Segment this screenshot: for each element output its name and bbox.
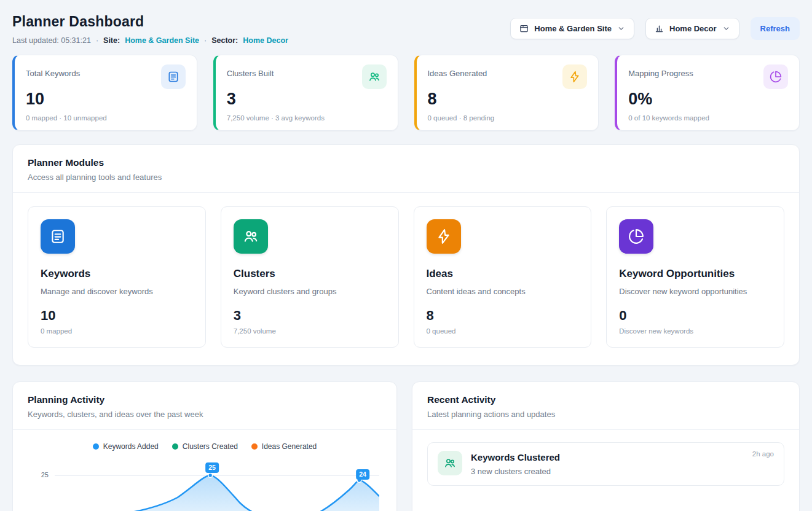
sector-link[interactable]: Home Decor bbox=[243, 36, 288, 45]
users-icon bbox=[234, 219, 268, 254]
section-title: Planning Activity bbox=[28, 394, 382, 405]
planning-activity-panel: Planning Activity Keywords, clusters, an… bbox=[12, 381, 397, 511]
stat-detail: 0 of 10 keywords mapped bbox=[628, 114, 788, 122]
stat-card-clusters-built: Clusters Built 3 7,250 volume · 3 avg ke… bbox=[213, 55, 398, 131]
recent-activity-list: Keywords Clustered 3 new clusters create… bbox=[412, 430, 799, 501]
stat-label: Mapping Progress bbox=[628, 69, 693, 78]
module-description: Keyword clusters and groups bbox=[234, 287, 386, 296]
stat-detail: 0 mapped · 10 unmapped bbox=[26, 114, 186, 122]
chevron-down-icon bbox=[617, 25, 625, 33]
chevron-down-icon bbox=[722, 25, 730, 33]
lightning-icon bbox=[562, 64, 587, 89]
legend-dot bbox=[172, 443, 178, 450]
module-detail: Discover new keywords bbox=[619, 327, 771, 335]
page-title: Planner Dashboard bbox=[12, 14, 288, 30]
site-selector-value: Home & Garden Site bbox=[534, 24, 612, 33]
stat-value: 3 bbox=[227, 90, 387, 109]
module-description: Content ideas and concepts bbox=[427, 287, 579, 296]
module-description: Manage and discover keywords bbox=[41, 287, 193, 296]
legend-item-clusters-created: Clusters Created bbox=[172, 442, 238, 451]
modules-grid: Keywords Manage and discover keywords 10… bbox=[13, 193, 799, 365]
stat-label: Total Keywords bbox=[26, 69, 80, 78]
stat-value: 8 bbox=[428, 90, 588, 109]
area-chart: 25 25 bbox=[28, 461, 382, 511]
bar-chart-icon bbox=[655, 24, 664, 33]
activity-title: Keywords Clustered bbox=[471, 452, 560, 462]
module-title: Clusters bbox=[234, 268, 386, 280]
section-subtitle: Keywords, clusters, and ideas over the p… bbox=[28, 410, 382, 419]
planning-activity-chart: Keywords Added Clusters Created Ideas Ge… bbox=[13, 430, 396, 511]
module-detail: 7,250 volume bbox=[234, 327, 386, 335]
site-label: Site: bbox=[103, 36, 120, 45]
users-icon bbox=[362, 64, 387, 89]
module-title: Keyword Opportunities bbox=[619, 268, 771, 280]
module-description: Discover new keyword opportunities bbox=[619, 287, 771, 296]
stat-value: 10 bbox=[26, 90, 186, 109]
module-value: 0 bbox=[619, 308, 771, 324]
document-icon bbox=[41, 219, 75, 254]
module-value: 8 bbox=[427, 308, 579, 324]
meta-line: Last updated: 05:31:21 · Site: Home & Ga… bbox=[12, 36, 288, 45]
meta-separator: · bbox=[204, 36, 207, 45]
activity-item-keywords-clustered: Keywords Clustered 3 new clusters create… bbox=[427, 442, 784, 486]
stat-card-ideas-generated: Ideas Generated 8 0 queued · 8 pending bbox=[414, 55, 599, 131]
chart-legend: Keywords Added Clusters Created Ideas Ge… bbox=[28, 442, 382, 451]
site-link[interactable]: Home & Garden Site bbox=[125, 36, 199, 45]
module-card-ideas[interactable]: Ideas Content ideas and concepts 8 0 que… bbox=[414, 206, 592, 348]
site-selector-dropdown[interactable]: Home & Garden Site bbox=[510, 18, 634, 39]
module-value: 10 bbox=[41, 308, 193, 324]
stat-label: Ideas Generated bbox=[428, 69, 487, 78]
section-subtitle: Latest planning actions and updates bbox=[427, 410, 784, 419]
planner-modules-header: Planner Modules Access all planning tool… bbox=[13, 145, 799, 193]
module-value: 3 bbox=[234, 308, 386, 324]
section-subtitle: Access all planning tools and features bbox=[28, 173, 784, 182]
topbar-controls: Home & Garden Site Home Decor Refresh bbox=[510, 17, 800, 40]
y-axis-tick: 25 bbox=[28, 471, 49, 478]
legend-label: Ideas Generated bbox=[262, 442, 317, 451]
legend-label: Clusters Created bbox=[183, 442, 238, 451]
stat-detail: 0 queued · 8 pending bbox=[428, 114, 588, 122]
sector-label: Sector: bbox=[211, 36, 238, 45]
last-updated-text: Last updated: 05:31:21 bbox=[12, 36, 91, 45]
planning-activity-header: Planning Activity Keywords, clusters, an… bbox=[13, 382, 396, 430]
pie-chart-icon bbox=[763, 64, 788, 89]
legend-item-ideas-generated: Ideas Generated bbox=[251, 442, 317, 451]
module-title: Ideas bbox=[427, 268, 579, 280]
recent-activity-panel: Recent Activity Latest planning actions … bbox=[412, 381, 800, 511]
activity-item-text: Keywords Clustered 3 new clusters create… bbox=[471, 451, 560, 476]
data-point-label: 24 bbox=[356, 469, 369, 480]
module-card-keywords[interactable]: Keywords Manage and discover keywords 10… bbox=[28, 206, 206, 348]
site-icon bbox=[519, 24, 529, 33]
module-card-clusters[interactable]: Clusters Keyword clusters and groups 3 7… bbox=[221, 206, 399, 348]
stat-card-total-keywords: Total Keywords 10 0 mapped · 10 unmapped bbox=[12, 55, 197, 131]
activity-timestamp: 2h ago bbox=[752, 450, 774, 458]
legend-dot bbox=[93, 443, 99, 450]
planner-modules-panel: Planner Modules Access all planning tool… bbox=[12, 144, 800, 365]
module-detail: 0 mapped bbox=[41, 327, 193, 335]
stat-value: 0% bbox=[628, 90, 788, 109]
section-title: Recent Activity bbox=[427, 394, 784, 405]
sector-selector-dropdown[interactable]: Home Decor bbox=[645, 18, 739, 39]
activity-description: 3 new clusters created bbox=[471, 467, 560, 476]
section-title: Planner Modules bbox=[28, 157, 784, 168]
document-icon bbox=[161, 64, 186, 89]
legend-label: Keywords Added bbox=[103, 442, 159, 451]
users-icon bbox=[438, 451, 462, 475]
meta-separator: · bbox=[96, 36, 98, 45]
data-point-label: 25 bbox=[205, 462, 219, 473]
refresh-button[interactable]: Refresh bbox=[751, 17, 800, 40]
planner-dashboard-page: Planner Dashboard Last updated: 05:31:21… bbox=[0, 0, 812, 511]
stat-label: Clusters Built bbox=[227, 69, 274, 78]
legend-dot bbox=[251, 443, 258, 450]
legend-item-keywords-added: Keywords Added bbox=[93, 442, 159, 451]
stat-card-mapping-progress: Mapping Progress 0% 0 of 10 keywords map… bbox=[615, 55, 800, 131]
stats-row: Total Keywords 10 0 mapped · 10 unmapped… bbox=[12, 55, 800, 131]
sector-selector-value: Home Decor bbox=[669, 24, 717, 33]
topbar-left: Planner Dashboard Last updated: 05:31:21… bbox=[12, 14, 288, 45]
module-detail: 0 queued bbox=[427, 327, 579, 335]
module-card-keyword-opportunities[interactable]: Keyword Opportunities Discover new keywo… bbox=[606, 206, 784, 348]
lightning-icon bbox=[427, 219, 461, 254]
stat-detail: 7,250 volume · 3 avg keywords bbox=[227, 114, 387, 122]
pie-chart-icon bbox=[619, 219, 653, 254]
bottom-row: Planning Activity Keywords, clusters, an… bbox=[12, 381, 800, 511]
